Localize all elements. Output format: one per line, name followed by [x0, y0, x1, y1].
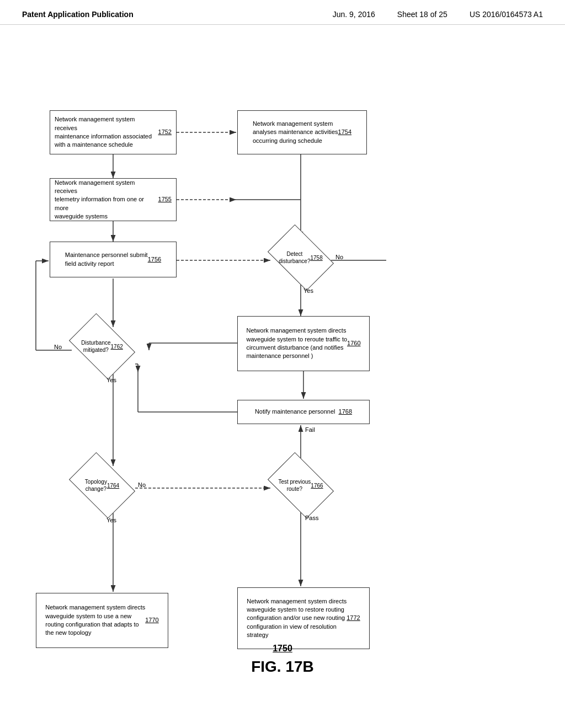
- publication-label: Patent Application Publication: [22, 10, 134, 19]
- label-no-1764: No: [138, 481, 146, 488]
- patent-number: US 2016/0164573 A1: [470, 10, 543, 19]
- figure-number: 1750: [0, 644, 565, 654]
- box-1768: Notify maintenance personnel 1768: [237, 400, 370, 424]
- sheet-info: Sheet 18 of 25: [397, 10, 447, 19]
- box-1772: Network management system directs wavegu…: [237, 587, 370, 649]
- box-1770: Network management system directs wavegu…: [36, 593, 168, 648]
- patent-diagram: Network management system receives maint…: [0, 25, 565, 687]
- box-1755: Network management system receives telem…: [50, 178, 177, 221]
- header-info: Jun. 9, 2016 Sheet 18 of 25 US 2016/0164…: [333, 10, 543, 19]
- label-no-1758: No: [335, 254, 343, 260]
- box-1754: Network management system analyses maint…: [237, 110, 367, 154]
- diamond-1758: Detectdisturbance?1758: [270, 238, 331, 282]
- label-yes-1762: Yes: [106, 377, 116, 383]
- label-pass-1766: Pass: [305, 515, 318, 521]
- label-yes-1764: Yes: [106, 517, 116, 523]
- box-1756: Maintenance personnel submit field activ…: [50, 242, 177, 277]
- label-yes-1758: Yes: [303, 287, 313, 294]
- label-fail-1766: Fail: [305, 426, 315, 433]
- box-1752: Network management system receives maint…: [50, 110, 177, 154]
- diamond-1762: Disturbancemitigated?1762: [72, 327, 132, 371]
- box-1760: Network management system directs wavegu…: [237, 316, 370, 371]
- publication-date: Jun. 9, 2016: [333, 10, 375, 19]
- figure-name: FIG. 17B: [0, 658, 565, 676]
- diamond-1766: Test previousroute?1766: [270, 466, 331, 510]
- diamond-1764: Topologychange?1764: [72, 466, 132, 510]
- label-no-1762: No: [54, 344, 62, 350]
- page-header: Patent Application Publication Jun. 9, 2…: [0, 0, 565, 25]
